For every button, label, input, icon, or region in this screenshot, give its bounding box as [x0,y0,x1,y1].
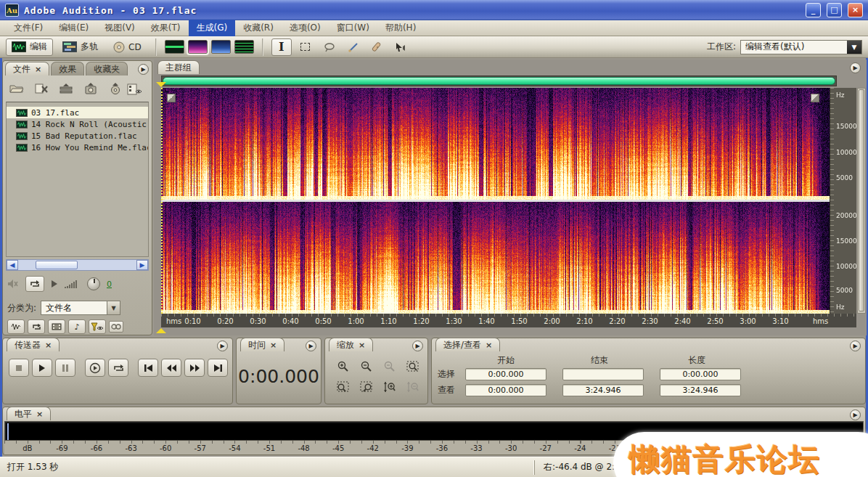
fast-forward-button[interactable] [184,359,205,377]
playhead-cursor[interactable] [161,88,163,314]
tab-level[interactable]: 电平 × [7,407,51,420]
menu-item[interactable]: 文件(F) [6,20,51,36]
volume-bars-icon[interactable] [65,280,81,288]
scroll-left-icon[interactable]: ◀ [7,260,18,270]
go-to-end-button[interactable] [208,359,228,377]
sort-dropdown[interactable]: 文件名 ▼ [41,301,120,315]
tab-transport[interactable]: 传送器 × [7,338,60,351]
vertical-zoom-in-button[interactable] [379,378,401,396]
show-video-toggle[interactable] [48,319,65,334]
close-icon[interactable]: × [35,65,41,74]
selection-start-field[interactable]: 0:00.000 [465,368,546,380]
volume-value[interactable]: 0 [107,280,112,289]
mute-speaker-icon[interactable] [7,279,19,289]
selection-end-field[interactable] [562,368,644,380]
preview-play-icon[interactable] [51,280,58,288]
marquee-selection-tool[interactable] [295,38,316,56]
show-options-button[interactable] [126,81,144,99]
close-button[interactable]: × [848,3,863,17]
menu-item[interactable]: 视图(V) [97,20,143,36]
zoom-range-bar[interactable] [163,77,835,85]
close-icon[interactable]: × [359,341,365,350]
file-list-horizontal-scrollbar[interactable]: ◀ ▶ [6,259,149,271]
close-file-button[interactable] [32,80,51,97]
close-icon[interactable]: × [36,409,43,419]
cd-extract-button[interactable] [106,80,125,97]
tab-files[interactable]: 文件 × [5,62,49,76]
zoom-out-button[interactable] [356,357,377,376]
spectrogram-canvas[interactable] [161,88,830,314]
menu-item[interactable]: 帮助(H) [377,20,424,36]
volume-knob[interactable] [87,277,100,290]
menu-item[interactable]: 效果(T) [143,20,189,36]
insert-into-multitrack-button[interactable] [57,80,75,97]
close-icon[interactable]: × [270,341,277,350]
effects-paintbrush-tool[interactable] [343,38,364,56]
zoom-in-right-edge-button[interactable] [356,378,377,396]
insert-into-cd-button[interactable] [81,80,100,97]
channel-corner-icon[interactable] [167,94,176,102]
filter-options-toggle[interactable] [89,319,106,334]
vertical-zoom-out-button[interactable] [402,378,424,396]
menu-item[interactable]: 生成(G) [189,20,236,36]
spectral-display[interactable] [161,88,830,314]
close-icon[interactable]: × [45,341,52,350]
zoom-in-left-edge-button[interactable] [332,378,354,396]
chevron-down-icon[interactable]: ▼ [107,301,120,314]
multitrack-view-button[interactable]: 多轨 [57,38,104,56]
show-midi-toggle[interactable]: ♪ [68,319,86,334]
zoom-flyout-button[interactable]: ▶ [412,341,423,351]
playhead-handle-top[interactable] [156,82,166,87]
phase-view-button[interactable] [234,40,254,54]
tab-effects[interactable]: 效果 [51,62,84,76]
scrub-tool[interactable] [391,38,412,56]
menu-item[interactable]: 收藏(R) [235,20,282,36]
scrollbar-thumb[interactable] [36,261,78,269]
zoom-to-selection-button[interactable] [402,357,424,376]
file-list-item[interactable]: 14 Rock N Roll (Acoustic Ve [7,118,148,130]
view-length-field[interactable]: 3:24.946 [660,384,741,396]
show-loop-toggle[interactable] [28,319,45,334]
selection-view-flyout-button[interactable]: ▶ [850,341,861,351]
rewind-button[interactable] [161,359,181,377]
minimize-button[interactable]: _ [806,3,821,17]
spot-healing-brush-tool[interactable] [367,38,388,56]
stop-button[interactable] [9,359,29,377]
time-selection-tool[interactable]: I [271,38,292,56]
tab-main-group[interactable]: 主群组 [157,60,200,74]
selection-length-field[interactable]: 0:00.000 [660,368,741,380]
play-looped-button[interactable] [108,359,128,377]
spectral-pan-view-button[interactable] [211,40,231,54]
maximize-button[interactable]: □ [827,3,842,17]
edit-view-button[interactable]: 编辑 [6,38,53,56]
tab-selection-view[interactable]: 选择/查看 × [435,338,500,351]
main-group-flyout-button[interactable]: ▶ [850,62,861,73]
zoom-range-track[interactable] [161,76,837,86]
close-icon[interactable]: × [486,341,492,350]
file-list-item[interactable]: 15 Bad Reputation.flac [7,130,148,142]
workspace-dropdown[interactable]: 编辑查看(默认) ▼ [740,40,862,54]
playhead-handle-bottom[interactable] [156,328,166,333]
scroll-right-icon[interactable]: ▶ [136,260,148,270]
go-to-beginning-button[interactable] [138,359,158,377]
waveform-view-button[interactable] [165,40,184,54]
scrollbar-thumb[interactable] [859,89,864,311]
menu-item[interactable]: 选项(O) [282,20,329,36]
view-start-field[interactable]: 0:00.000 [465,384,546,396]
tab-favorites[interactable]: 收藏夹 [86,62,128,76]
timeline-ruler[interactable]: hms 0:100:200:300:400:501:001:101:201:30… [161,314,856,327]
zoom-out-full-button[interactable] [379,357,401,376]
cd-view-button[interactable]: CD [107,38,147,56]
spectral-view-button[interactable] [188,40,208,54]
frequency-ruler[interactable]: Hz 15000100005000 2000015000100005000 Hz [830,88,856,314]
files-panel-flyout-button[interactable]: ▶ [138,64,149,75]
import-file-button[interactable] [7,80,26,97]
play-from-cursor-button[interactable] [85,359,105,377]
file-list-item[interactable]: 16 How You Remind Me.flac [7,142,148,153]
play-button[interactable] [32,359,52,377]
vertical-scrollbar[interactable] [857,88,866,314]
cd-list-toggle[interactable] [109,321,123,333]
tab-time[interactable]: 时间 × [240,338,284,351]
lasso-selection-tool[interactable] [319,38,340,56]
file-list-item[interactable]: 03 17.flac [7,107,148,118]
